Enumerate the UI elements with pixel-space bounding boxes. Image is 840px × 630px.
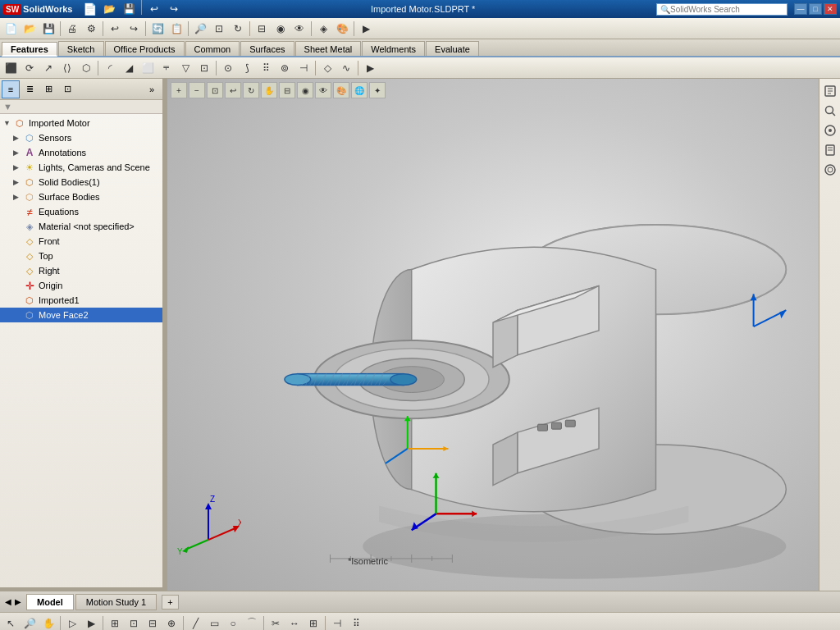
tree-item-solid-bodies[interactable]: ▶ ⬡ Solid Bodies(1) <box>0 175 162 189</box>
rt-publications[interactable] <box>821 141 839 159</box>
tree-item-lights[interactable]: ▶ ☀ Lights, Cameras and Scene <box>0 160 162 175</box>
tb-options[interactable]: ⚙ <box>82 20 100 38</box>
expander-annotations[interactable]: ▶ <box>13 148 23 157</box>
ft-draft[interactable]: ▽ <box>176 59 194 77</box>
tb-hide[interactable]: 👁 <box>290 20 308 38</box>
bt-smart-dim[interactable]: ⊞ <box>106 614 124 631</box>
expander-lights[interactable]: ▶ <box>13 163 23 171</box>
tb-undo[interactable]: ↩ <box>106 20 124 38</box>
tb-print[interactable]: 🖨 <box>63 20 81 38</box>
tab-surfaces[interactable]: Surfaces <box>240 41 294 56</box>
maximize-btn[interactable]: □ <box>809 3 822 15</box>
expander-solid-bodies[interactable]: ▶ <box>13 178 23 186</box>
tree-item-equations[interactable]: ≠ Equations <box>0 204 162 219</box>
bt-select3[interactable]: ▶ <box>82 614 100 631</box>
save-btn[interactable]: 💾 <box>120 0 138 18</box>
ft-loft[interactable]: ⟨⟩ <box>58 59 76 77</box>
bt-pan[interactable]: ✋ <box>39 614 57 631</box>
rt-search[interactable] <box>821 102 839 120</box>
ft-boundary[interactable]: ⬡ <box>77 59 95 77</box>
bt-offset[interactable]: ⊞ <box>304 614 322 631</box>
tb-save[interactable]: 💾 <box>39 20 57 38</box>
tb-materials[interactable]: ◈ <box>314 20 332 38</box>
search-input[interactable] <box>670 5 777 14</box>
tb-zoom-area[interactable]: 🔎 <box>191 20 209 38</box>
tab-features[interactable]: Features <box>2 42 57 57</box>
ft-hole[interactable]: ⊙ <box>219 59 237 77</box>
tab-sketch[interactable]: Sketch <box>58 41 104 56</box>
tb-redo[interactable]: ↪ <box>125 20 143 38</box>
minimize-btn[interactable]: — <box>794 3 807 15</box>
ft-thread[interactable]: ⟆ <box>238 59 256 77</box>
tree-item-material[interactable]: ◈ Material <not specified> <box>0 219 162 234</box>
bt-mirror[interactable]: ⊣ <box>328 614 346 631</box>
panel-btn-features[interactable]: ≡ <box>2 80 20 98</box>
expander-surface-bodies[interactable]: ▶ <box>13 193 23 201</box>
add-motion-study-btn[interactable]: + <box>162 595 178 609</box>
ft-scale[interactable]: ⊡ <box>195 59 213 77</box>
tree-item-move-face2[interactable]: ⬡ Move Face2 <box>0 308 162 322</box>
ft-chamfer[interactable]: ◢ <box>120 59 138 77</box>
search-box[interactable]: 🔍 <box>656 3 788 16</box>
ft-curves[interactable]: ∿ <box>337 59 355 77</box>
tb-zoom-fit[interactable]: ⊡ <box>210 20 228 38</box>
ft-sweep[interactable]: ↗ <box>39 59 57 77</box>
tab-common[interactable]: Common <box>185 41 240 56</box>
bt-extend[interactable]: ↔ <box>285 614 304 631</box>
ft-ref-geom[interactable]: ◇ <box>318 59 336 77</box>
tree-item-imported1[interactable]: ⬡ Imported1 <box>0 293 162 308</box>
bt-select2[interactable]: ▷ <box>63 614 81 631</box>
tb-open[interactable]: 📂 <box>21 20 39 38</box>
ft-linear-pattern[interactable]: ⠿ <box>257 59 275 77</box>
tb-appearance[interactable]: 🎨 <box>333 20 351 38</box>
bt-zoom[interactable]: 🔎 <box>21 614 39 631</box>
btab-model[interactable]: Model <box>26 594 74 610</box>
tab-prev-btn[interactable]: ◀ <box>3 596 13 608</box>
expander-imported-motor[interactable]: ▼ <box>3 119 13 127</box>
tree-item-front[interactable]: ◇ Front <box>0 234 162 249</box>
ft-extrude[interactable]: ⬛ <box>2 59 20 77</box>
undo-btn[interactable]: ↩ <box>145 0 163 18</box>
bt-add-relation[interactable]: ⊡ <box>125 614 143 631</box>
tb-new[interactable]: 📄 <box>2 20 20 38</box>
panel-btn-dim[interactable]: ⊡ <box>58 80 76 98</box>
tb-more[interactable]: ▶ <box>357 20 375 38</box>
tab-office[interactable]: Office Products <box>105 41 185 56</box>
rt-subscription[interactable] <box>821 161 839 179</box>
ft-revolve[interactable]: ⟳ <box>21 59 39 77</box>
tab-evaluate[interactable]: Evaluate <box>426 41 479 56</box>
bt-select[interactable]: ↖ <box>2 614 20 631</box>
tree-item-annotations[interactable]: ▶ A Annotations <box>0 145 162 160</box>
ft-circular-pattern[interactable]: ⊚ <box>276 59 294 77</box>
panel-btn-property[interactable]: ≣ <box>21 80 39 98</box>
tab-weldments[interactable]: Weldments <box>362 41 425 56</box>
tab-sheetmetal[interactable]: Sheet Metal <box>295 41 362 56</box>
tree-item-surface-bodies[interactable]: ▶ ⬡ Surface Bodies <box>0 189 162 204</box>
bt-arc[interactable]: ⌒ <box>243 614 261 631</box>
bt-snap[interactable]: ⊕ <box>162 614 180 631</box>
btab-motion-study[interactable]: Motion Study 1 <box>75 594 157 610</box>
tb-display[interactable]: ◉ <box>272 20 290 38</box>
ft-more2[interactable]: ▶ <box>361 59 379 77</box>
bt-rect[interactable]: ▭ <box>205 614 223 631</box>
ft-fillet[interactable]: ◜ <box>101 59 119 77</box>
tree-item-sensors[interactable]: ▶ ⬡ Sensors <box>0 130 162 145</box>
rt-forum[interactable] <box>821 121 839 139</box>
ft-shell[interactable]: ⬜ <box>139 59 157 77</box>
tree-item-origin[interactable]: ✛ Origin <box>0 278 162 293</box>
tb-rebuild[interactable]: 🔄 <box>148 20 167 38</box>
panel-btn-config[interactable]: ⊞ <box>39 80 57 98</box>
panel-expand[interactable]: » <box>143 80 161 98</box>
bt-line[interactable]: ╱ <box>186 614 204 631</box>
bt-circle[interactable]: ○ <box>224 614 242 631</box>
panel-bottom-handle[interactable] <box>0 587 162 591</box>
tab-next-btn[interactable]: ▶ <box>13 596 23 608</box>
tree-item-top[interactable]: ◇ Top <box>0 249 162 263</box>
rt-resources[interactable] <box>821 82 839 100</box>
close-btn[interactable]: ✕ <box>824 3 837 15</box>
new-btn[interactable]: 📄 <box>80 0 98 18</box>
bt-show-rel[interactable]: ⊟ <box>144 614 162 631</box>
tb-file-props[interactable]: 📋 <box>167 20 185 38</box>
ft-mirror[interactable]: ⊣ <box>294 59 313 77</box>
open-btn[interactable]: 📂 <box>100 0 118 18</box>
